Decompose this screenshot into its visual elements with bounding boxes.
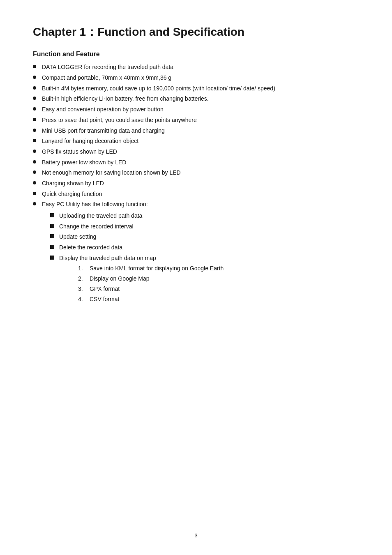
list-item: Built-in 4M bytes memory, could save up … <box>33 84 359 93</box>
num-label: 4. <box>78 295 90 304</box>
bullet-dot <box>33 97 36 100</box>
num-label: 1. <box>78 264 90 273</box>
bullet-dot <box>33 202 36 205</box>
num-text: Display on Google Map <box>90 274 359 283</box>
numbered-list-item: 1. Save into KML format for displaying o… <box>78 264 359 273</box>
bullet-text: Built-in 4M bytes memory, could save up … <box>42 84 359 93</box>
num-text: CSV format <box>90 295 359 304</box>
square-bullet <box>50 224 54 228</box>
sub-list-item: Display the traveled path data on map 1.… <box>50 254 359 305</box>
bullet-text: Built-in high efficiency Li-Ion battery,… <box>42 94 359 104</box>
list-item: GPS fix status shown by LED <box>33 147 359 157</box>
numbered-list-item: 3. GPX format <box>78 285 359 294</box>
list-item: Battery power low shown by LED <box>33 158 359 167</box>
bullet-dot <box>33 139 36 142</box>
sub-list-item: Delete the recorded data <box>50 243 359 252</box>
sub-list-item: Change the recorded interval <box>50 222 359 231</box>
bullet-text: Press to save that point, you could save… <box>42 116 359 125</box>
bullet-text: Battery power low shown by LED <box>42 158 359 167</box>
bullet-text: Compact and portable, 70mm x 40mm x 9mm,… <box>42 74 359 83</box>
bullet-dot <box>33 107 36 111</box>
list-item: DATA LOGGER for recording the traveled p… <box>33 63 359 72</box>
list-item: Mini USB port for transmitting data and … <box>33 127 359 136</box>
bullet-dot <box>33 160 36 164</box>
list-item: Built-in high efficiency Li-Ion battery,… <box>33 94 359 104</box>
numbered-list-item: 2. Display on Google Map <box>78 274 359 283</box>
sub-list-item: Update setting <box>50 233 359 242</box>
chapter-title: Chapter 1：Function and Specification <box>33 25 359 39</box>
list-item: Easy and convenient operation by power b… <box>33 105 359 114</box>
square-bullet <box>50 245 54 249</box>
main-bullet-list: DATA LOGGER for recording the traveled p… <box>33 63 359 306</box>
bullet-dot <box>33 192 36 195</box>
num-text: GPX format <box>90 285 359 294</box>
bullet-text: Easy PC Utility has the following functi… <box>42 200 359 306</box>
square-bullet <box>50 234 54 238</box>
sub-bullet-text: Delete the recorded data <box>59 243 359 252</box>
list-item: Easy PC Utility has the following functi… <box>33 200 359 306</box>
square-bullet <box>50 256 54 260</box>
bullet-dot <box>33 86 36 90</box>
sub-bullet-text: Display the traveled path data on map 1.… <box>59 254 359 305</box>
bullet-dot <box>33 181 36 184</box>
bullet-dot <box>33 170 36 174</box>
list-item: Press to save that point, you could save… <box>33 116 359 125</box>
bullet-text: Charging shown by LED <box>42 179 359 188</box>
sub-list-item: Uploading the traveled path data <box>50 212 359 221</box>
bullet-dot <box>33 65 36 68</box>
bullet-text: Easy and convenient operation by power b… <box>42 105 359 114</box>
bullet-text: Lanyard for hanging decoration object <box>42 137 359 146</box>
bullet-dot <box>33 150 36 153</box>
num-label: 2. <box>78 274 90 283</box>
bullet-text: GPS fix status shown by LED <box>42 147 359 157</box>
list-item: Compact and portable, 70mm x 40mm x 9mm,… <box>33 74 359 83</box>
list-item: Lanyard for hanging decoration object <box>33 137 359 146</box>
numbered-list-item: 4. CSV format <box>78 295 359 304</box>
bullet-text: DATA LOGGER for recording the traveled p… <box>42 63 359 72</box>
list-item: Charging shown by LED <box>33 179 359 188</box>
sub-bullet-text: Update setting <box>59 233 359 242</box>
page: Chapter 1：Function and Specification Fun… <box>0 0 392 555</box>
bullet-text: Quick charging function <box>42 190 359 199</box>
square-bullet <box>50 213 54 217</box>
sub-bullet-text: Change the recorded interval <box>59 222 359 231</box>
bullet-text: Not enough memory for saving location sh… <box>42 168 359 177</box>
list-item: Quick charging function <box>33 190 359 199</box>
section-title: Function and Feature <box>33 51 359 58</box>
chapter-divider <box>33 43 359 43</box>
numbered-list: 1. Save into KML format for displaying o… <box>78 264 359 304</box>
num-label: 3. <box>78 285 90 294</box>
sub-bullet-list: Uploading the traveled path data Change … <box>50 212 359 305</box>
list-item: Not enough memory for saving location sh… <box>33 168 359 177</box>
bullet-dot <box>33 129 36 132</box>
num-text: Save into KML format for displaying on G… <box>90 264 359 273</box>
bullet-text: Mini USB port for transmitting data and … <box>42 127 359 136</box>
sub-bullet-text: Uploading the traveled path data <box>59 212 359 221</box>
bullet-dot <box>33 76 36 79</box>
bullet-dot <box>33 118 36 121</box>
page-number: 3 <box>194 532 197 539</box>
